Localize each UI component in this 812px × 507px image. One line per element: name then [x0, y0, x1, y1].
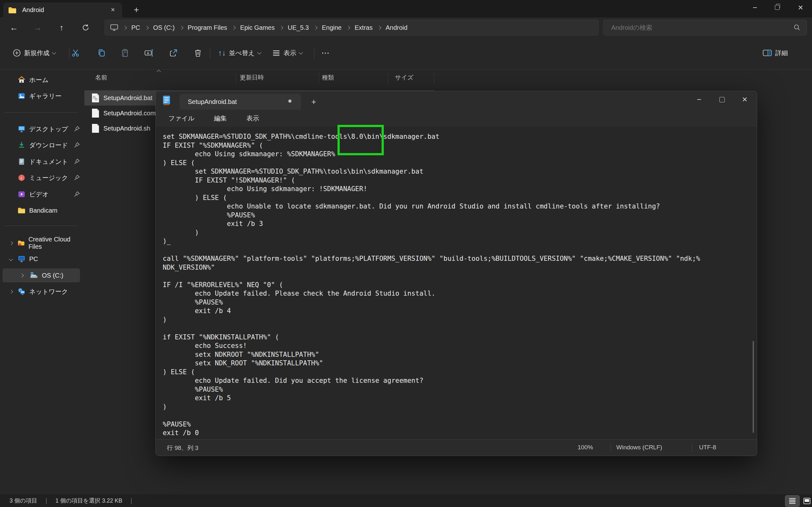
details-view-toggle[interactable] — [785, 496, 799, 506]
notepad-tab[interactable]: SetupAndroid.bat — [180, 94, 301, 110]
back-button[interactable]: ← — [6, 21, 21, 34]
sidebar-item-downloads[interactable]: ダウンロード — [3, 138, 80, 152]
window-close-button[interactable]: × — [791, 0, 811, 15]
column-separator[interactable] — [388, 73, 388, 83]
menu-file[interactable]: ファイル — [161, 112, 201, 124]
zoom-level[interactable]: 100% — [577, 444, 593, 451]
item-count: 3 個の項目 — [9, 497, 37, 504]
minimize-icon: − — [753, 3, 757, 12]
sidebar-item-documents[interactable]: ドキュメント — [3, 155, 80, 169]
encoding-indicator[interactable]: UTF-8 — [699, 444, 716, 451]
breadcrumb-ue53[interactable]: UE_5.3 — [286, 24, 311, 32]
search-box[interactable] — [603, 20, 807, 36]
sidebar-item-videos[interactable]: ビデオ — [3, 187, 80, 201]
refresh-button[interactable] — [78, 21, 93, 34]
column-header-date[interactable]: 更新日時 — [240, 73, 264, 82]
creative-cloud-folder-icon — [18, 239, 25, 246]
breadcrumb-extras[interactable]: Extras — [353, 24, 374, 32]
sidebar-item-creative-cloud[interactable]: Creative Cloud Files — [3, 236, 80, 250]
column-header-name[interactable]: 名前 — [95, 73, 107, 82]
expand-chevron-icon[interactable] — [20, 274, 24, 278]
column-header-type[interactable]: 種類 — [322, 73, 334, 82]
collapse-chevron-icon[interactable] — [9, 257, 13, 261]
cursor-position: 行 98、列 3 — [167, 444, 198, 452]
address-bar[interactable]: PC OS (C:) Program Files Epic Games UE_5… — [105, 20, 599, 36]
unsaved-changes-dot — [288, 100, 292, 103]
sidebar-item-gallery[interactable]: ギャラリー — [3, 89, 80, 103]
delete-button[interactable] — [190, 45, 206, 61]
thumbnail-view-toggle[interactable] — [800, 496, 812, 506]
file-name: SetupAndroid.sh — [103, 125, 150, 132]
command-toolbar: 新規作成 A ↑↓ 並べ替え 表示 — [0, 37, 812, 69]
download-icon — [18, 141, 26, 149]
notepad-menu-bar: ファイル 編集 表示 — [156, 110, 757, 127]
breadcrumb-chevron-icon — [313, 26, 317, 30]
column-separator[interactable] — [236, 73, 236, 83]
breadcrumb-engine[interactable]: Engine — [320, 24, 344, 32]
up-button[interactable]: ↑ — [54, 21, 69, 34]
sidebar-item-network[interactable]: ネットワーク — [3, 285, 80, 298]
menu-view[interactable]: 表示 — [240, 112, 266, 124]
rename-button[interactable]: A — [141, 45, 157, 61]
folder-icon — [18, 207, 26, 214]
cut-button[interactable] — [67, 45, 84, 61]
explorer-tab-android[interactable]: Android × — [3, 3, 122, 17]
window-minimize-button[interactable]: − — [745, 0, 765, 15]
expand-chevron-icon[interactable] — [9, 290, 13, 294]
pin-icon — [73, 175, 80, 181]
sidebar-item-label: ネットワーク — [29, 287, 68, 296]
sidebar-item-music[interactable]: ♪ ミュージック — [3, 171, 80, 185]
column-separator[interactable] — [434, 73, 434, 83]
search-input[interactable] — [611, 22, 783, 33]
notepad-close-button[interactable]: × — [734, 91, 756, 108]
chevron-down-icon — [257, 50, 261, 55]
share-button[interactable] — [165, 45, 182, 61]
column-separator[interactable] — [319, 73, 319, 83]
breadcrumb-os-c[interactable]: OS (C:) — [151, 24, 177, 32]
sidebar-item-home[interactable]: ホーム — [3, 73, 80, 87]
sidebar-item-label: ビデオ — [29, 190, 49, 199]
details-pane-button[interactable]: 詳細 — [758, 45, 792, 61]
breadcrumb-epic-games[interactable]: Epic Games — [238, 24, 276, 32]
column-header-size[interactable]: サイズ — [395, 73, 413, 82]
document-icon — [18, 158, 26, 165]
breadcrumb-program-files[interactable]: Program Files — [186, 24, 229, 32]
details-view-icon — [788, 497, 797, 505]
notepad-editor[interactable]: set SDKMANAGER=%STUDIO_SDK_PATH%\cmdline… — [156, 127, 757, 439]
sidebar-item-desktop[interactable]: デスクトップ — [3, 122, 80, 136]
menu-edit[interactable]: 編集 — [207, 112, 234, 124]
breadcrumb-chevron-icon — [346, 26, 350, 30]
sidebar-item-bandicam[interactable]: Bandicam — [3, 204, 80, 217]
forward-button[interactable]: → — [30, 21, 45, 34]
notepad-title-bar[interactable]: SetupAndroid.bat + − × — [156, 91, 757, 110]
new-item-button[interactable]: 新規作成 — [8, 45, 60, 61]
notepad-new-tab-button[interactable]: + — [307, 96, 320, 108]
sidebar-item-pc[interactable]: PC — [3, 252, 80, 266]
see-more-button[interactable]: ⋯ — [318, 45, 333, 61]
file-name: SetupAndroid.bat — [103, 95, 153, 102]
video-icon — [18, 190, 26, 198]
editor-text[interactable]: set SDKMANAGER=%STUDIO_SDK_PATH%\cmdline… — [156, 127, 757, 438]
expand-chevron-icon[interactable] — [9, 241, 13, 245]
chevron-down-icon — [52, 50, 56, 55]
breadcrumb-android[interactable]: Android — [384, 24, 409, 32]
navigation-bar: ← → ↑ PC OS (C:) Program Files Epic Game… — [0, 17, 812, 37]
view-button[interactable]: 表示 — [268, 45, 306, 61]
notepad-maximize-button[interactable] — [711, 91, 733, 108]
sidebar-item-label: PC — [29, 256, 38, 263]
window-restore-button[interactable] — [767, 0, 787, 15]
tab-close-icon[interactable]: × — [108, 5, 118, 14]
details-label: 詳細 — [775, 49, 788, 57]
sort-button[interactable]: ↑↓ 並べ替え — [214, 45, 264, 61]
paste-button[interactable] — [117, 45, 133, 61]
sidebar-item-label: OS (C:) — [42, 272, 63, 279]
home-icon — [18, 76, 26, 83]
sidebar-item-os-c[interactable]: OS (C:) — [3, 268, 80, 282]
editor-scrollbar[interactable] — [753, 341, 754, 433]
pin-icon — [73, 126, 80, 132]
copy-button[interactable] — [94, 45, 109, 61]
new-tab-button[interactable]: + — [130, 4, 143, 16]
breadcrumb-pc[interactable]: PC — [130, 24, 142, 32]
notepad-minimize-button[interactable]: − — [688, 91, 710, 108]
line-ending-indicator[interactable]: Windows (CRLF) — [616, 444, 662, 451]
